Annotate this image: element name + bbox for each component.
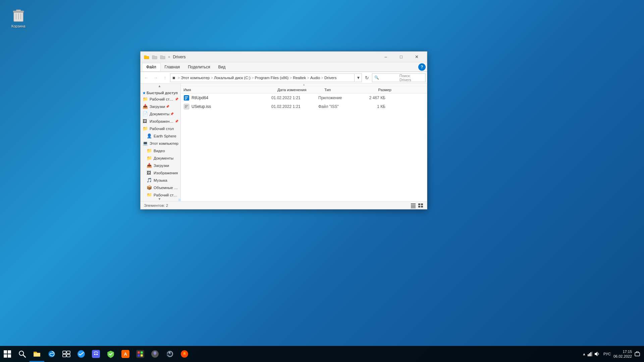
sidebar-item-earthsphere[interactable]: 👤 Earth Sphere [141,132,180,140]
notification-icon[interactable] [635,351,640,357]
breadcrumb-audio[interactable]: Audio [310,76,320,80]
video-icon: 📁 [147,148,152,154]
breadcrumb-programfiles[interactable]: Program Files (x86) [255,76,288,80]
sidebar-item-desktop1[interactable]: 📁 Рабочий сто... 📌 [141,96,180,103]
title-bar-icons: = [143,54,170,60]
taskbar-telegram[interactable] [74,346,89,362]
sidebar-item-thiscomputer[interactable]: 💻 Этот компьютер [141,140,180,147]
taskbar-search-button[interactable] [15,346,30,362]
svg-rect-49 [588,354,589,356]
file-date-rtlupd64: 01.02.2022 1:21 [271,96,318,100]
col-date[interactable]: Дата изменения [277,88,324,92]
sidebar-item-images2[interactable]: 🖼 Изображения [141,169,180,177]
taskbar-app6[interactable]: A [118,346,133,362]
ribbon-tabs: Файл Главная Поделиться Вид ? [141,62,427,72]
sidebar-item-music[interactable]: 🎵 Музыка [141,177,180,184]
file-size-usetup: 1 КБ [359,104,385,109]
svg-point-35 [94,354,96,355]
taskbar-right: ▲ РУС 17:15 06.02.2022 [582,349,644,359]
sidebar-scroll-down[interactable]: ▼ [141,196,178,201]
folder-icon-2: 📁 [143,126,148,131]
sidebar-item-documents1[interactable]: 📄 Документы 📌 [141,110,180,118]
file-row-rtlupd64[interactable]: RtlUpd64 01.02.2022 1:21 Приложение 2 46… [181,94,427,102]
sidebar-label-documents2: Документы [154,156,173,160]
help-button[interactable]: ? [418,63,426,71]
breadcrumb-sep-0: > [177,76,180,80]
sidebar-item-downloads1[interactable]: 📥 Загрузки 📌 [141,103,180,110]
ribbon: Файл Главная Поделиться Вид ? [141,62,427,72]
svg-rect-32 [67,354,70,357]
taskbar-clock[interactable]: 17:15 06.02.2022 [613,349,632,359]
recycle-bin-icon[interactable]: Корзина [7,7,30,28]
file-row-usetup[interactable]: USetup.iss 01.02.2022 1:21 Файл "ISS" 1 … [181,102,427,111]
file-type-rtlupd64: Приложение [318,96,359,100]
tab-home[interactable]: Главная [161,63,184,71]
taskbar-steam[interactable] [162,346,177,362]
col-type[interactable]: Тип [324,88,365,92]
svg-rect-13 [185,107,186,108]
back-button[interactable]: ← [142,73,151,82]
breadcrumb-drivers[interactable]: Drivers [324,76,336,80]
status-text: Элементов: 2 [144,203,168,207]
sidebar-item-documents2[interactable]: 📁 Документы [141,155,180,162]
systray-chevron[interactable]: ▲ [582,352,586,356]
exe-icon [183,95,190,101]
minimize-button[interactable]: – [378,52,393,62]
taskbar-file-explorer[interactable] [30,346,44,362]
breadcrumb-disk[interactable]: Локальный диск (C:) [214,76,251,80]
breadcrumb-computer[interactable]: Этот компьютер [181,76,210,80]
taskbar-discord[interactable] [89,346,103,362]
status-bar: Элементов: 2 [141,201,427,209]
sidebar-label-earthsphere: Earth Sphere [154,134,176,138]
sidebar-scroll-up[interactable]: ▲ [141,83,178,88]
svg-rect-23 [8,350,11,354]
sidebar-item-3d[interactable]: 📦 Объемные об... [141,184,180,191]
status-bar-right [410,202,424,208]
sidebar-label-images2: Изображения [154,171,178,175]
svg-rect-41 [141,351,143,354]
tab-view[interactable]: Вид [214,63,229,71]
maximize-button[interactable]: □ [393,52,409,62]
file-list-header: Имя Дата изменения Тип Размер [181,86,427,94]
taskbar-lang[interactable]: РУС [603,352,611,356]
sidebar: ▲ ★ Быстрый доступ 📁 Рабочий сто... 📌 📥 [141,83,181,201]
sidebar-label-thiscomputer: Этот компьютер [150,141,178,145]
sidebar-label-desktop1: Рабочий сто... [150,97,174,101]
view-details-button[interactable] [418,202,424,208]
forward-button[interactable]: → [151,73,160,82]
taskbar-adguard[interactable] [103,346,118,362]
refresh-button[interactable]: ↻ [363,73,371,82]
start-button[interactable] [0,346,15,362]
breadcrumb-realtek[interactable]: Realtek [293,76,306,80]
explorer-window: = Drivers – □ ✕ Файл Главная Поделиться … [140,51,427,209]
svg-rect-24 [4,354,7,358]
tab-file[interactable]: Файл [142,63,161,71]
sidebar-header-quickaccess: ★ Быстрый доступ [141,89,180,96]
sidebar-item-downloads2[interactable]: 📥 Загрузки [141,162,180,169]
taskbar-lastapp[interactable] [177,346,192,362]
tab-share[interactable]: Поделиться [184,63,214,71]
sidebar-item-images1[interactable]: 🖼 Изображени... 📌 [141,118,180,125]
file-name-usetup: USetup.iss [183,104,271,110]
file-type-usetup: Файл "ISS" [318,104,359,109]
file-list: ▲ Имя Дата изменения Тип Размер [181,83,427,201]
svg-rect-17 [411,207,416,208]
sidebar-item-video[interactable]: 📁 Видео [141,147,180,155]
taskbar-app7[interactable] [133,346,148,362]
address-bar-chevron[interactable]: ▼ [355,73,362,82]
col-size[interactable]: Размер [365,88,391,92]
sidebar-label-downloads1: Загрузки [150,105,165,109]
sidebar-item-desktopfolder[interactable]: 📁 Рабочий стол [141,125,180,132]
breadcrumb-bar[interactable]: ■ > Этот компьютер > Локальный диск (C:)… [170,73,355,82]
svg-point-36 [96,354,98,355]
taskbar-taskview[interactable] [59,346,74,362]
svg-rect-42 [138,354,140,357]
up-button[interactable]: ↑ [161,73,169,82]
col-name[interactable]: Имя [183,88,277,92]
close-button[interactable]: ✕ [409,52,424,62]
taskbar-app8[interactable] [148,346,162,362]
svg-rect-12 [185,106,187,107]
taskbar-edge[interactable] [44,346,59,362]
view-list-button[interactable] [410,202,416,208]
search-box[interactable]: 🔍 Поиск: Drivers [372,73,426,82]
